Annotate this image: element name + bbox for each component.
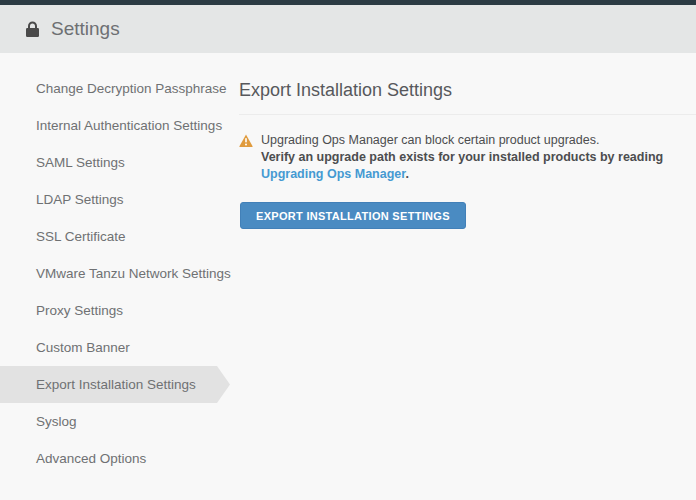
warning-triangle-icon (239, 133, 253, 146)
content-area: Change Decryption Passphrase Internal Au… (0, 53, 696, 500)
upgrade-warning: Upgrading Ops Manager can block certain … (239, 132, 696, 183)
page-header: Settings (0, 5, 696, 53)
warning-line-2-prefix: Verify an upgrade path exists for your i… (261, 150, 663, 164)
sidebar-item-syslog[interactable]: Syslog (0, 403, 230, 440)
sidebar-item-custom-banner[interactable]: Custom Banner (0, 329, 230, 366)
sidebar-item-ssl-certificate[interactable]: SSL Certificate (0, 218, 230, 255)
sidebar-item-saml-settings[interactable]: SAML Settings (0, 144, 230, 181)
warning-text: Upgrading Ops Manager can block certain … (261, 132, 696, 183)
warning-line-2-suffix: . (405, 167, 408, 181)
warning-line-2: Verify an upgrade path exists for your i… (261, 149, 696, 183)
sidebar-item-proxy-settings[interactable]: Proxy Settings (0, 292, 230, 329)
sidebar-item-export-installation-settings[interactable]: Export Installation Settings (0, 366, 230, 403)
main-panel: Export Installation Settings Upgrading O… (230, 53, 696, 500)
sidebar-item-change-decryption-passphrase[interactable]: Change Decryption Passphrase (0, 70, 230, 107)
sidebar-item-internal-authentication-settings[interactable]: Internal Authentication Settings (0, 107, 230, 144)
sidebar-item-advanced-options[interactable]: Advanced Options (0, 440, 230, 477)
section-title: Export Installation Settings (239, 80, 696, 101)
lock-icon (25, 21, 40, 37)
upgrading-ops-manager-link[interactable]: Upgrading Ops Manager (261, 167, 405, 181)
sidebar-item-vmware-tanzu-network-settings[interactable]: VMware Tanzu Network Settings (0, 255, 230, 292)
sidebar-item-ldap-settings[interactable]: LDAP Settings (0, 181, 230, 218)
settings-sidebar: Change Decryption Passphrase Internal Au… (0, 53, 230, 500)
section-divider (239, 114, 696, 115)
warning-line-1: Upgrading Ops Manager can block certain … (261, 132, 696, 149)
page-title: Settings (51, 18, 120, 40)
export-installation-settings-button[interactable]: EXPORT INSTALLATION SETTINGS (240, 202, 466, 229)
